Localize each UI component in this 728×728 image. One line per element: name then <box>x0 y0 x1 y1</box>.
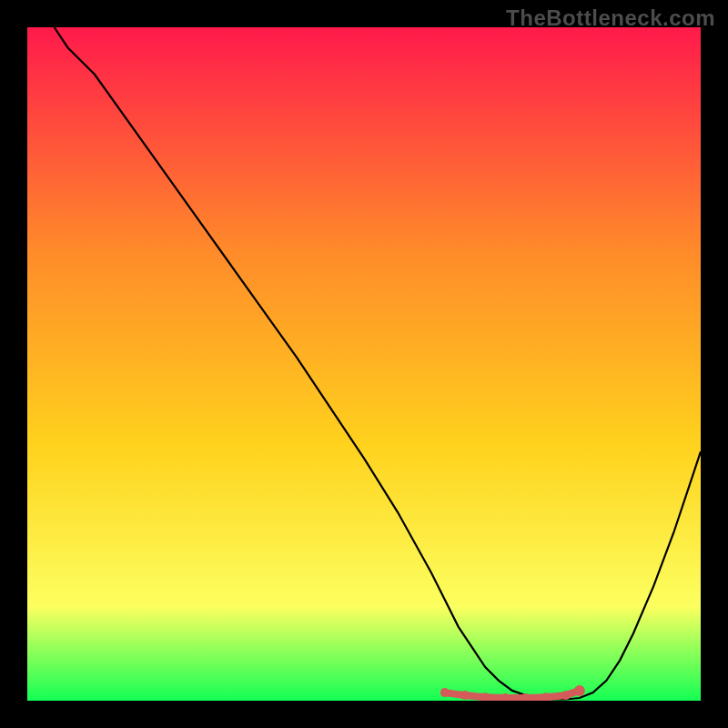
watermark-text: TheBottleneck.com <box>506 5 715 31</box>
marker-dot <box>561 691 571 700</box>
plot-svg <box>27 27 701 701</box>
marker-dot <box>574 685 585 696</box>
plot-area <box>27 27 701 701</box>
chart-frame: TheBottleneck.com <box>0 0 728 728</box>
marker-dot <box>440 688 450 697</box>
marker-dot <box>460 691 470 700</box>
gradient-background <box>27 27 701 701</box>
